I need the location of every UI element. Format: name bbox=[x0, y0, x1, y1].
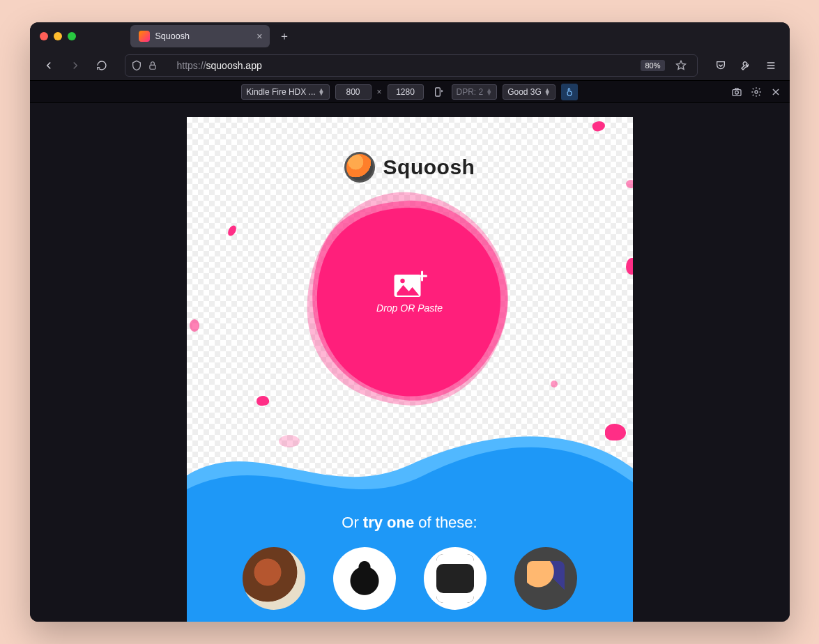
svg-rect-1 bbox=[435, 88, 440, 96]
svg-point-3 bbox=[735, 91, 738, 94]
tab-strip: Squoosh × ＋ bbox=[130, 25, 295, 47]
squoosh-logo-icon bbox=[344, 152, 375, 183]
titlebar: Squoosh × ＋ bbox=[30, 22, 790, 50]
svg-point-4 bbox=[755, 91, 758, 93]
rdm-settings-button[interactable] bbox=[748, 84, 765, 100]
tab-favicon bbox=[139, 31, 150, 42]
dpr-select[interactable]: DPR: 2 ▲▼ bbox=[452, 84, 498, 100]
viewport-width-input[interactable] bbox=[335, 84, 372, 100]
window-close-button[interactable] bbox=[40, 32, 48, 40]
select-chevron-icon: ▲▼ bbox=[544, 89, 551, 95]
sample-heading: Or try one of these: bbox=[187, 514, 633, 532]
browser-window: Squoosh × ＋ https://squoosh.app 80 bbox=[30, 22, 790, 622]
drop-target[interactable]: Drop OR Paste bbox=[305, 192, 514, 408]
new-tab-button[interactable]: ＋ bbox=[274, 26, 295, 47]
dimension-separator: × bbox=[377, 87, 382, 97]
touch-simulation-button[interactable] bbox=[561, 84, 578, 100]
url-text: https://squoosh.app bbox=[177, 60, 636, 71]
window-zoom-button[interactable] bbox=[68, 32, 76, 40]
tab-close-button[interactable]: × bbox=[257, 31, 262, 41]
screenshot-button[interactable] bbox=[728, 84, 745, 100]
svg-rect-0 bbox=[149, 65, 155, 69]
rotate-viewport-button[interactable] bbox=[429, 84, 446, 100]
select-chevron-icon: ▲▼ bbox=[319, 89, 325, 95]
image-add-icon bbox=[393, 270, 427, 298]
browser-tab[interactable]: Squoosh × bbox=[130, 25, 270, 47]
drop-label: Drop OR Paste bbox=[376, 302, 443, 314]
viewport-area: Squoosh bbox=[30, 103, 790, 622]
app-title: Squoosh bbox=[383, 155, 475, 179]
svg-point-6 bbox=[400, 278, 404, 282]
select-chevron-icon: ▲▼ bbox=[486, 89, 492, 95]
window-minimize-button[interactable] bbox=[54, 32, 62, 40]
reload-button[interactable] bbox=[91, 55, 112, 76]
tab-title: Squoosh bbox=[155, 31, 190, 41]
sample-section: Or try one of these: bbox=[187, 489, 633, 622]
app-menu-button[interactable] bbox=[760, 55, 781, 76]
throttle-select[interactable]: Good 3G ▲▼ bbox=[503, 84, 556, 100]
toolbar: https://squoosh.app 80% bbox=[30, 50, 790, 81]
url-bar[interactable]: https://squoosh.app 80% bbox=[125, 54, 698, 77]
devtools-wrench-button[interactable] bbox=[735, 55, 756, 76]
window-controls bbox=[40, 32, 76, 40]
sample-thumb-photo[interactable] bbox=[243, 547, 305, 610]
sample-thumb-artwork[interactable] bbox=[333, 547, 396, 610]
drop-target-inner: Drop OR Paste bbox=[376, 270, 443, 314]
simulated-viewport: Squoosh bbox=[187, 117, 633, 622]
device-select[interactable]: Kindle Fire HDX ... ▲▼ bbox=[241, 84, 329, 100]
bookmark-star-button[interactable] bbox=[671, 55, 691, 76]
viewport-height-input[interactable] bbox=[388, 84, 424, 100]
zoom-badge[interactable]: 80% bbox=[641, 60, 664, 71]
close-rdm-button[interactable] bbox=[767, 84, 784, 100]
toolbar-right bbox=[710, 55, 781, 76]
responsive-design-bar: Kindle Fire HDX ... ▲▼ × DPR: 2 ▲▼ Good … bbox=[30, 81, 790, 103]
sample-thumb-device[interactable] bbox=[424, 547, 487, 610]
sample-thumb-icon[interactable] bbox=[514, 547, 577, 610]
back-button[interactable] bbox=[38, 55, 59, 76]
sample-thumbs bbox=[187, 547, 633, 610]
tracking-shield-icon[interactable] bbox=[131, 60, 142, 71]
lock-icon[interactable] bbox=[148, 61, 158, 70]
forward-button[interactable] bbox=[65, 55, 86, 76]
pocket-button[interactable] bbox=[710, 55, 731, 76]
app-logo: Squoosh bbox=[187, 152, 633, 183]
